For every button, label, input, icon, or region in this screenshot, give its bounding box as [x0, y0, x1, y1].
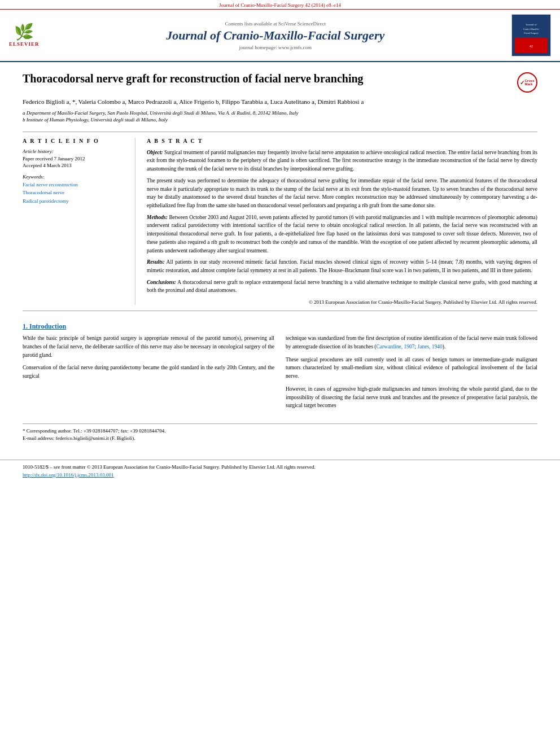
footnote-area: * Corresponding author. Tel.: +39 028184… — [23, 423, 537, 442]
ref-carwardine[interactable]: Carwardine, 1907 — [376, 344, 414, 350]
journal-homepage: journal homepage: www.jcmfs.com — [45, 45, 506, 50]
elsevier-tree-icon: 🌿 — [14, 24, 34, 40]
affiliation-a: a Department of Maxillo-Facial Surgery, … — [23, 110, 537, 117]
intro-left-col: While the basic principle of benign paro… — [23, 334, 274, 414]
abstract-panel: A B S T R A C T Object: Surgical treatme… — [147, 138, 537, 305]
results-text: All patients in our study recovered mime… — [147, 259, 537, 273]
abstract-title: A B S T R A C T — [147, 138, 537, 144]
main-content: ✓CrossMark Thoracodorsal nerve graft for… — [0, 62, 560, 451]
doi-link[interactable]: http://dx.doi.org/10.1016/j.jcms.2013.03… — [23, 472, 537, 478]
received-date: Paper received 7 January 2012 — [23, 155, 129, 163]
intro-heading: 1. Introduction — [23, 322, 537, 331]
crossmark-icon: ✓CrossMark — [517, 72, 537, 93]
journal-title-block: Contents lists available at SciVerse Sci… — [45, 21, 506, 50]
email-note: E-mail address: federico.biglioli@unimi.… — [23, 435, 537, 442]
authors-line: Federico Biglioli a, *, Valeria Colombo … — [23, 97, 537, 107]
keyword-3: Radical parotidectomy — [23, 197, 129, 205]
intro-right-col: technique was standardized from the firs… — [286, 334, 537, 414]
methods-text: Between October 2003 and August 2010, se… — [147, 215, 537, 254]
svg-text:Cranio-Maxillo-: Cranio-Maxillo- — [523, 28, 540, 30]
abstract-results: Results: All patients in our study recov… — [147, 258, 537, 274]
conclusions-text: A thoracodorsal nerve graft to replace e… — [147, 279, 537, 294]
journal-title-main: Journal of Cranio-Maxillo-Facial Surgery — [45, 28, 506, 43]
abstract-conclusions: Conclusions: A thoracodorsal nerve graft… — [147, 278, 537, 295]
intro-right-para-2: These surgical procedures are still curr… — [286, 356, 537, 381]
affiliation-b: b Institute of Human Physiology, Univers… — [23, 116, 537, 124]
conclusions-label: Conclusions: — [147, 279, 176, 285]
corresponding-author-note: * Corresponding author. Tel.: +39 028184… — [23, 427, 537, 435]
introduction-section: 1. Introduction While the basic principl… — [23, 322, 537, 414]
issn-text: 1010-5182/$ – see front matter © 2013 Eu… — [23, 464, 537, 471]
svg-text:42: 42 — [530, 45, 533, 48]
crossmark-badge: ✓CrossMark — [517, 72, 537, 93]
keywords-list: Facial nerve reconstruction Thoracodorsa… — [23, 181, 129, 205]
sciverse-line: Contents lists available at SciVerse Sci… — [45, 21, 506, 27]
accepted-date: Accepted 4 March 2013 — [23, 162, 129, 169]
intro-right-para-1: technique was standardized from the firs… — [286, 334, 537, 351]
article-info-title: A R T I C L E I N F O — [23, 138, 129, 144]
ref-close: ). — [443, 344, 446, 350]
keyword-1: Facial nerve reconstruction — [23, 181, 129, 189]
authors-text: Federico Biglioli a, *, Valeria Colombo … — [23, 98, 364, 105]
journal-cover-image: Journal of Cranio-Maxillo- Facial Surger… — [511, 14, 551, 56]
abstract-object: Object: Surgical treatment of parotid ma… — [147, 148, 537, 173]
results-label: Results: — [147, 259, 165, 265]
info-abstract-row: A R T I C L E I N F O Article history: P… — [23, 138, 537, 305]
elsevier-logo-block: 🌿 ELSEVIER — [9, 24, 40, 47]
sciverse-text: Contents lists available at SciVerse Sci… — [225, 21, 326, 27]
section-divider-2 — [23, 311, 537, 311]
methods-label: Methods: — [147, 215, 168, 220]
object-text: Surgical treatment of parotid malignanci… — [147, 150, 537, 172]
article-title: Thoracodorsal nerve graft for reconstruc… — [23, 71, 537, 86]
ref-janes[interactable]: Janes, 1940 — [418, 344, 443, 350]
intro-right-para-3: However, in cases of aggressive high-gra… — [286, 385, 537, 410]
affiliations: a Department of Maxillo-Facial Surgery, … — [23, 110, 537, 124]
journal-header: 🌿 ELSEVIER Contents lists available at S… — [0, 10, 560, 62]
abstract-para2: The present study was performed to deter… — [147, 177, 537, 210]
journal-reference-text: Journal of Cranio-Maxillo-Facial Surgery… — [219, 2, 341, 8]
elsevier-brand-text: ELSEVIER — [9, 41, 40, 47]
email-text: E-mail address: federico.biglioli@unimi.… — [23, 435, 135, 441]
article-info-panel: A R T I C L E I N F O Article history: P… — [23, 138, 135, 305]
intro-columns: While the basic principle of benign paro… — [23, 334, 537, 414]
object-label: Object: — [147, 150, 163, 155]
keywords-label: Keywords: — [23, 174, 129, 180]
svg-text:Journal of: Journal of — [526, 24, 537, 27]
history-label: Article history: — [23, 148, 129, 154]
received-text: Paper received 7 January 2012 Accepted 4… — [23, 155, 129, 169]
journal-reference-bar: Journal of Cranio-Maxillo-Facial Surgery… — [0, 0, 560, 10]
abstract-methods: Methods: Between October 2003 and August… — [147, 213, 537, 255]
section-divider-1 — [23, 132, 537, 132]
svg-text:Facial Surgery: Facial Surgery — [524, 32, 539, 34]
keyword-2: Thoracodorsal nerve — [23, 189, 129, 196]
copyright-text: © 2013 European Association for Cranio-M… — [147, 299, 537, 305]
intro-para-1: While the basic principle of benign paro… — [23, 334, 274, 359]
intro-para-2: Conservation of the facial nerve during … — [23, 364, 274, 380]
bottom-bar: 1010-5182/$ – see front matter © 2013 Eu… — [0, 460, 560, 481]
